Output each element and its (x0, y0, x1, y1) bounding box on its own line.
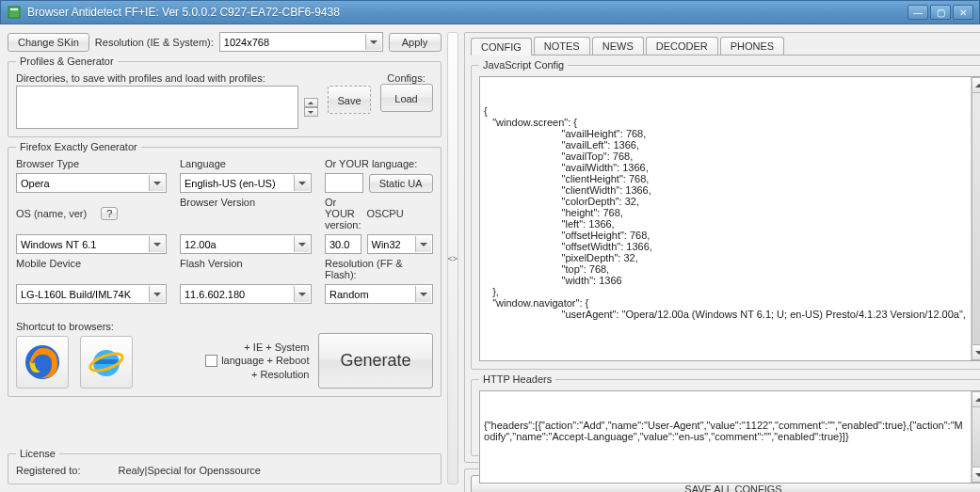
dir-spinner[interactable] (304, 98, 318, 117)
profiles-legend: Profiles & Generator (16, 56, 118, 67)
chevron-down-icon (365, 34, 381, 50)
oscpu-label: OSCPU (367, 208, 433, 219)
tab-phones[interactable]: PHONES (720, 37, 784, 55)
firefox-shortcut[interactable] (16, 336, 69, 389)
app-icon (7, 5, 22, 20)
generator-legend: Firefox Exactly Generator (16, 141, 141, 152)
scroll-down-icon[interactable] (972, 344, 980, 360)
tab-config[interactable]: CONFIG (471, 38, 532, 56)
directories-label: Directories, to save with profiles and l… (16, 72, 318, 84)
splitter-handle[interactable]: <> (447, 32, 459, 484)
license-legend: License (16, 448, 59, 459)
chevron-down-icon (294, 175, 310, 191)
chevron-down-icon (149, 286, 165, 302)
scroll-down-icon[interactable] (972, 467, 980, 483)
scroll-thumb[interactable] (972, 407, 980, 467)
scroll-up-icon[interactable] (972, 391, 980, 407)
apply-button[interactable]: Apply (389, 33, 442, 52)
language-label: Language (180, 158, 312, 169)
config-tabs: CONFIG NOTES NEWS DECODER PHONES (471, 37, 980, 56)
res-ff-label: Resolution (FF & Flash): (325, 258, 433, 280)
tab-decoder[interactable]: DECODER (646, 37, 718, 55)
res-ff-select[interactable]: Random (325, 284, 433, 304)
chevron-down-icon (415, 286, 431, 302)
js-config-fieldset: JavaScript Config { "window.screen": { "… (471, 59, 980, 370)
shortcut-label: Shortcut to browsers: (16, 321, 133, 332)
change-skin-button[interactable]: Change SKin (8, 33, 89, 52)
svg-rect-1 (10, 8, 18, 10)
load-profiles-button[interactable]: Load (380, 84, 433, 112)
tab-notes[interactable]: NOTES (534, 37, 590, 55)
resolution-select[interactable]: 1024x768 (219, 32, 383, 52)
scroll-up-icon[interactable] (972, 77, 980, 93)
license-fieldset: License Registered to: Realy|Special for… (8, 448, 442, 484)
or-language-label: Or YOUR language: (325, 158, 433, 169)
generator-fieldset: Firefox Exactly Generator Browser Type L… (8, 141, 442, 397)
config-fieldset: CONFIG NOTES NEWS DECODER PHONES JavaScr… (464, 32, 980, 463)
resolution-label: Resolution (IE & System): (95, 37, 214, 48)
chevron-down-icon (149, 236, 165, 252)
browser-version-label: Browser Version (180, 197, 312, 230)
close-button[interactable]: ✕ (953, 5, 973, 20)
language-select[interactable]: English-US (en-US) (180, 173, 312, 193)
browser-version-select[interactable]: 12.00a (180, 234, 312, 254)
http-headers-legend: HTTP Headers (479, 373, 555, 385)
http-headers-textarea[interactable]: {"headers":[{"action":"Add","name":"User… (479, 390, 980, 484)
http-headers-fieldset: HTTP Headers {"headers":[{"action":"Add"… (471, 373, 980, 456)
flash-label: Flash Version (180, 258, 312, 280)
registered-label: Registered to: (16, 465, 80, 476)
or-version-label: Or YOUR version: (325, 197, 361, 230)
configs-label: Configs: (380, 72, 433, 84)
save-profiles-button[interactable]: Save (328, 86, 371, 114)
generate-button[interactable]: Generate (318, 333, 432, 389)
scroll-thumb[interactable] (972, 93, 980, 344)
os-label: OS (name, ver) (16, 208, 87, 219)
resolution-value: 1024x768 (224, 37, 269, 48)
minimize-button[interactable]: — (908, 5, 928, 20)
mobile-select[interactable]: LG-L160L Build/IML74K (16, 284, 167, 304)
generate-options-checkbox[interactable] (205, 355, 217, 367)
js-config-legend: JavaScript Config (479, 59, 568, 71)
chevron-down-icon (294, 236, 310, 252)
ie-shortcut[interactable] (80, 336, 133, 389)
generate-options-label: + IE + System language + Reboot + Resolu… (205, 341, 309, 381)
window-title: Browser Antidetect FF+IE: Ver 5.0.0.2 C9… (27, 6, 908, 19)
os-select[interactable]: Windows NT 6.1 (16, 234, 167, 254)
or-version-input[interactable]: 30.0 (325, 234, 361, 254)
browser-type-label: Browser Type (16, 158, 167, 169)
http-scrollbar[interactable] (971, 391, 980, 483)
or-language-input[interactable] (325, 173, 363, 193)
os-help-button[interactable]: ? (101, 207, 118, 220)
profiles-fieldset: Profiles & Generator Directories, to sav… (8, 56, 442, 137)
registered-value: Realy|Special for Openssource (118, 465, 260, 476)
browser-type-select[interactable]: Opera (16, 173, 167, 193)
js-scrollbar[interactable] (971, 77, 980, 360)
chevron-down-icon (149, 175, 165, 191)
titlebar: Browser Antidetect FF+IE: Ver 5.0.0.2 C9… (0, 0, 980, 24)
chevron-down-icon (415, 236, 431, 252)
tab-news[interactable]: NEWS (592, 37, 644, 55)
static-ua-button[interactable]: Static UA (369, 174, 433, 193)
flash-select[interactable]: 11.6.602.180 (180, 284, 312, 304)
oscpu-select[interactable]: Win32 (367, 234, 433, 254)
mobile-label: Mobile Device (16, 258, 167, 280)
maximize-button[interactable]: ▢ (930, 5, 951, 20)
chevron-down-icon (294, 286, 310, 302)
js-config-textarea[interactable]: { "window.screen": { "availHeight": 768,… (479, 76, 980, 361)
svg-rect-0 (8, 7, 20, 18)
profiles-dir-input[interactable] (16, 86, 298, 129)
